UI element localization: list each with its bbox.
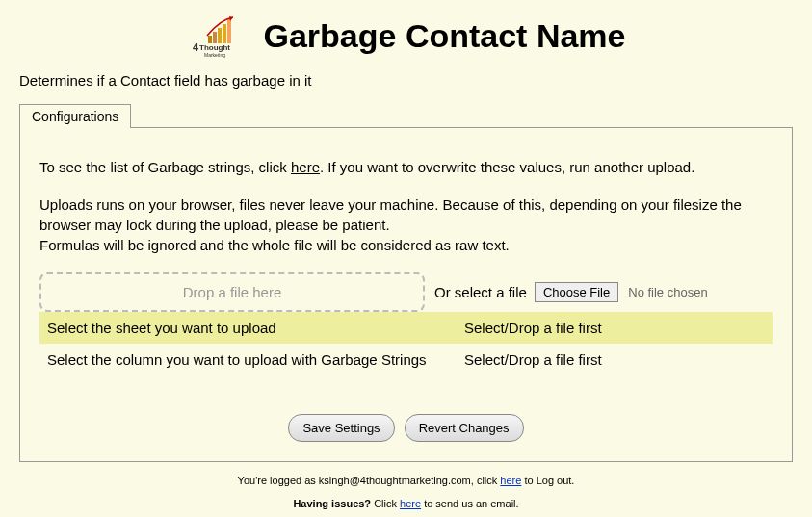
instruction-browser-upload: Uploads runs on your browser, files neve… xyxy=(39,194,773,235)
tabs-container: Configurations To see the list of Garbag… xyxy=(19,103,793,462)
tab-content: To see the list of Garbage strings, clic… xyxy=(19,127,793,462)
save-settings-button[interactable]: Save Settings xyxy=(288,414,394,442)
page-footer: You're logged as ksingh@4thoughtmarketin… xyxy=(0,462,812,517)
select-column-label: Select the column you want to upload wit… xyxy=(47,351,464,368)
file-chosen-status: No file chosen xyxy=(628,285,707,299)
instruction-garbage-list: To see the list of Garbage strings, clic… xyxy=(39,157,773,177)
page-header: 4 Thought Marketing Garbage Contact Name xyxy=(0,0,812,67)
logout-link[interactable]: here xyxy=(500,475,521,486)
page-title: Garbage Contact Name xyxy=(264,17,626,55)
svg-text:Thought: Thought xyxy=(199,43,230,52)
garbage-list-link[interactable]: here xyxy=(291,159,320,175)
svg-rect-3 xyxy=(223,24,226,43)
or-select-text: Or select a file xyxy=(434,284,527,300)
select-sheet-label: Select the sheet you want to upload xyxy=(47,320,464,336)
svg-rect-1 xyxy=(213,32,217,43)
svg-rect-0 xyxy=(208,36,212,43)
svg-rect-2 xyxy=(218,28,222,43)
footer-logged-in: You're logged as ksingh@4thoughtmarketin… xyxy=(19,472,793,491)
instruction-formulas: Formulas will be ignored and the whole f… xyxy=(39,235,773,255)
svg-text:Marketing: Marketing xyxy=(204,52,225,58)
svg-rect-4 xyxy=(227,19,231,43)
upload-area: Drop a file here Or select a file Choose… xyxy=(39,272,773,312)
select-sheet-value: Select/Drop a file first xyxy=(464,320,765,336)
tab-configurations[interactable]: Configurations xyxy=(19,104,131,128)
choose-file-button[interactable]: Choose File xyxy=(535,282,618,302)
select-sheet-row: Select the sheet you want to upload Sele… xyxy=(39,312,773,344)
footer-issues: Having issues? Click here to send us an … xyxy=(19,495,793,514)
brand-logo: 4 Thought Marketing xyxy=(187,14,254,58)
issues-email-link[interactable]: here xyxy=(400,498,421,509)
select-column-value: Select/Drop a file first xyxy=(464,351,765,368)
action-buttons-row: Save Settings Revert Changes xyxy=(39,414,773,442)
revert-changes-button[interactable]: Revert Changes xyxy=(405,414,524,442)
file-dropzone[interactable]: Drop a file here xyxy=(39,272,425,312)
page-subtitle: Determines if a Contact field has garbag… xyxy=(0,67,812,103)
select-column-row: Select the column you want to upload wit… xyxy=(39,344,773,375)
svg-text:4: 4 xyxy=(193,41,199,53)
